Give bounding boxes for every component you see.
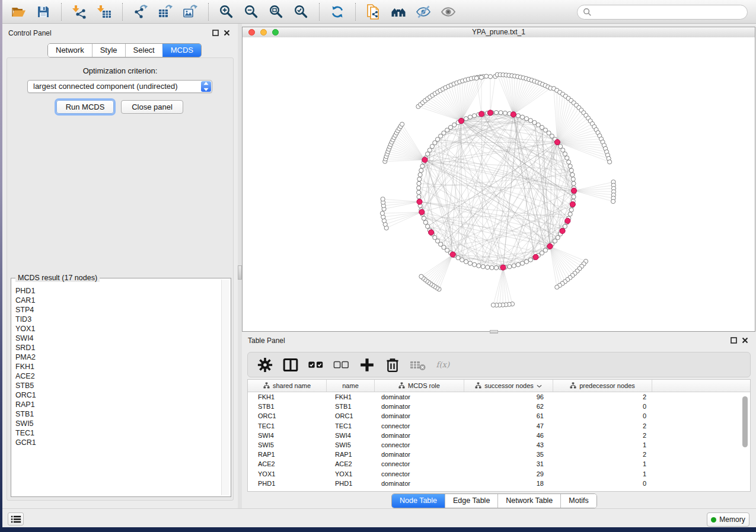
gear-icon[interactable]	[257, 357, 273, 373]
zoom-out-icon[interactable]	[243, 3, 260, 21]
table-cell[interactable]: 0	[553, 480, 652, 487]
mcds-result-item[interactable]: FKH1	[15, 362, 220, 371]
table-cell[interactable]: PHD1	[327, 480, 375, 487]
mcds-result-item[interactable]: SWI4	[15, 334, 220, 343]
zoom-selected-icon[interactable]	[292, 3, 310, 21]
mcds-result-item[interactable]: TID3	[15, 315, 220, 324]
table-cell[interactable]: connector	[375, 460, 464, 467]
import-network-icon[interactable]	[71, 3, 88, 21]
tab-node-table[interactable]: Node Table	[392, 494, 445, 508]
table-cell[interactable]: TEC1	[327, 422, 375, 430]
select-all-icon[interactable]	[308, 357, 324, 373]
mcds-result-item[interactable]: STB5	[15, 381, 220, 390]
mcds-result-item[interactable]: ORC1	[15, 390, 220, 400]
table-cell[interactable]: SWI4	[327, 432, 375, 439]
tab-edge-table[interactable]: Edge Table	[445, 494, 497, 508]
close-panel-icon[interactable]	[224, 30, 230, 36]
tab-network[interactable]: Network	[48, 44, 92, 57]
table-cell[interactable]: STB1	[327, 403, 375, 410]
zoom-in-icon[interactable]	[218, 3, 235, 21]
import-table-icon[interactable]	[95, 3, 113, 21]
table-cell[interactable]: 35	[464, 451, 553, 458]
export-network-icon[interactable]	[132, 3, 149, 21]
table-cell[interactable]: 1	[553, 460, 652, 467]
table-cell[interactable]: connector	[375, 441, 464, 448]
save-session-icon[interactable]	[34, 3, 52, 21]
refresh-icon[interactable]	[328, 3, 346, 21]
table-cell[interactable]: STB1	[248, 403, 327, 410]
table-cell[interactable]: 43	[464, 441, 553, 448]
table-cell[interactable]: 2	[553, 432, 652, 439]
close-panel-button[interactable]: Close panel	[121, 100, 183, 114]
table-cell[interactable]: dominator	[375, 432, 464, 439]
columns-icon[interactable]	[282, 357, 299, 373]
network-canvas[interactable]	[243, 37, 755, 331]
table-cell[interactable]: TEC1	[248, 422, 327, 430]
run-mcds-button[interactable]: Run MCDS	[56, 100, 114, 114]
table-row[interactable]: PHD1PHD1dominator180	[248, 479, 750, 488]
binoculars-icon[interactable]	[390, 3, 407, 21]
zoom-fit-icon[interactable]	[267, 3, 285, 21]
column-header-name[interactable]: name	[327, 380, 375, 392]
table-cell[interactable]: RAP1	[327, 451, 375, 458]
table-cell[interactable]: SWI4	[248, 432, 327, 439]
table-cell[interactable]: 2	[553, 393, 652, 400]
table-scrollbar[interactable]	[742, 394, 748, 489]
tab-select[interactable]: Select	[125, 44, 162, 57]
table-cell[interactable]: ORC1	[327, 412, 375, 419]
table-cell[interactable]: 2	[553, 451, 652, 458]
mcds-result-item[interactable]: TEC1	[15, 428, 220, 438]
column-header-MCDS-role[interactable]: MCDS role	[375, 380, 464, 392]
table-cell[interactable]: 96	[464, 393, 553, 400]
tab-network-table[interactable]: Network Table	[497, 494, 560, 508]
table-row[interactable]: ACE2ACE2connector311	[248, 459, 750, 469]
table-cell[interactable]: ACE2	[327, 460, 375, 467]
table-cell[interactable]: ACE2	[248, 460, 327, 467]
column-header-successor-nodes[interactable]: successor nodes	[464, 380, 553, 392]
maximize-window-icon[interactable]	[272, 29, 279, 36]
table-cell[interactable]: YOX1	[327, 470, 375, 477]
search-input[interactable]	[595, 8, 742, 17]
table-row[interactable]: SWI4SWI4dominator462	[248, 431, 750, 440]
table-cell[interactable]: 1	[553, 441, 652, 448]
table-cell[interactable]: SWI5	[248, 441, 327, 448]
mcds-result-item[interactable]: PHD1	[15, 286, 220, 296]
table-cell[interactable]: 31	[464, 460, 553, 467]
mcds-result-item[interactable]: ACE2	[15, 371, 220, 381]
eye-slash-icon[interactable]	[414, 3, 432, 21]
mcds-result-item[interactable]: GCR1	[15, 438, 220, 447]
delete-column-icon[interactable]	[384, 357, 401, 373]
tab-mcds[interactable]: MCDS	[162, 44, 201, 57]
table-cell[interactable]: connector	[375, 470, 464, 477]
mcds-result-item[interactable]: CAR1	[15, 296, 220, 305]
float-table-panel-icon[interactable]	[731, 337, 737, 344]
search-box[interactable]	[577, 5, 748, 20]
minimize-window-icon[interactable]	[260, 29, 267, 36]
share-document-icon[interactable]	[365, 3, 382, 21]
column-header-predecessor-nodes[interactable]: predecessor nodes	[553, 380, 652, 392]
table-cell[interactable]: 62	[464, 403, 553, 410]
table-cell[interactable]: 18	[464, 480, 553, 487]
tab-style[interactable]: Style	[92, 44, 125, 57]
table-cell[interactable]: 1	[553, 470, 652, 477]
eye-icon[interactable]	[439, 3, 457, 21]
table-cell[interactable]: ORC1	[248, 412, 327, 419]
close-window-icon[interactable]	[248, 29, 255, 36]
deselect-all-icon[interactable]	[333, 357, 350, 373]
table-row[interactable]: FKH1FKH1dominator962	[248, 392, 750, 402]
table-cell[interactable]: YOX1	[248, 470, 327, 477]
table-cell[interactable]: dominator	[375, 403, 464, 410]
table-cell[interactable]: dominator	[375, 451, 464, 458]
table-cell[interactable]: 29	[464, 470, 553, 477]
table-cell[interactable]: SWI5	[327, 441, 375, 448]
table-row[interactable]: TEC1TEC1connector472	[248, 421, 750, 431]
table-row[interactable]: ORC1ORC1dominator610	[248, 411, 750, 421]
optimization-criterion-dropdown[interactable]: largest connected component (undirected)	[27, 80, 212, 93]
table-row[interactable]: RAP1RAP1dominator352	[248, 450, 750, 459]
export-image-icon[interactable]	[181, 3, 199, 21]
add-column-icon[interactable]	[359, 357, 375, 373]
table-cell[interactable]: 0	[553, 412, 652, 419]
mcds-result-item[interactable]: YOX1	[15, 324, 220, 334]
vertical-splitter-handle[interactable]	[238, 265, 242, 280]
table-cell[interactable]: dominator	[375, 393, 464, 400]
